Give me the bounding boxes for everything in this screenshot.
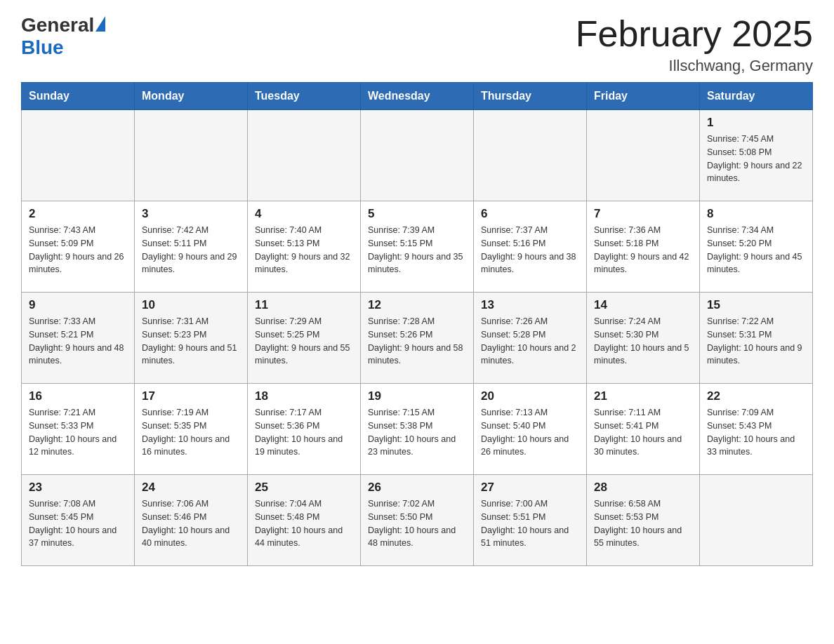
calendar-cell: 7Sunrise: 7:36 AM Sunset: 5:18 PM Daylig…	[587, 201, 700, 293]
weekday-header-sunday: Sunday	[22, 83, 135, 110]
day-number: 24	[142, 481, 240, 495]
calendar-cell: 22Sunrise: 7:09 AM Sunset: 5:43 PM Dayli…	[700, 384, 813, 475]
day-info: Sunrise: 7:04 AM Sunset: 5:48 PM Dayligh…	[255, 497, 353, 550]
day-info: Sunrise: 6:58 AM Sunset: 5:53 PM Dayligh…	[594, 497, 692, 550]
calendar-cell: 25Sunrise: 7:04 AM Sunset: 5:48 PM Dayli…	[248, 475, 361, 566]
day-info: Sunrise: 7:06 AM Sunset: 5:46 PM Dayligh…	[142, 497, 240, 550]
day-info: Sunrise: 7:21 AM Sunset: 5:33 PM Dayligh…	[29, 406, 127, 459]
day-info: Sunrise: 7:37 AM Sunset: 5:16 PM Dayligh…	[481, 224, 579, 276]
day-number: 25	[255, 481, 353, 495]
weekday-header-friday: Friday	[587, 83, 700, 110]
weekday-header-monday: Monday	[135, 83, 248, 110]
day-info: Sunrise: 7:45 AM Sunset: 5:08 PM Dayligh…	[707, 133, 805, 185]
day-info: Sunrise: 7:15 AM Sunset: 5:38 PM Dayligh…	[368, 406, 466, 459]
calendar-cell: 19Sunrise: 7:15 AM Sunset: 5:38 PM Dayli…	[361, 384, 474, 475]
day-number: 14	[594, 298, 692, 312]
calendar-week-row: 9Sunrise: 7:33 AM Sunset: 5:21 PM Daylig…	[22, 293, 813, 384]
calendar-cell: 21Sunrise: 7:11 AM Sunset: 5:41 PM Dayli…	[587, 384, 700, 475]
day-info: Sunrise: 7:42 AM Sunset: 5:11 PM Dayligh…	[142, 224, 240, 276]
calendar-cell: 8Sunrise: 7:34 AM Sunset: 5:20 PM Daylig…	[700, 201, 813, 293]
day-number: 13	[481, 298, 579, 312]
day-info: Sunrise: 7:31 AM Sunset: 5:23 PM Dayligh…	[142, 315, 240, 368]
day-number: 16	[29, 389, 127, 403]
logo-blue-text: Blue	[21, 36, 105, 59]
day-number: 12	[368, 298, 466, 312]
calendar-week-row: 23Sunrise: 7:08 AM Sunset: 5:45 PM Dayli…	[22, 475, 813, 566]
day-number: 23	[29, 481, 127, 495]
calendar-cell: 12Sunrise: 7:28 AM Sunset: 5:26 PM Dayli…	[361, 293, 474, 384]
page-header: General Blue February 2025 Illschwang, G…	[21, 14, 813, 75]
calendar-cell: 6Sunrise: 7:37 AM Sunset: 5:16 PM Daylig…	[474, 201, 587, 293]
day-number: 22	[707, 389, 805, 403]
calendar-body: 1Sunrise: 7:45 AM Sunset: 5:08 PM Daylig…	[22, 110, 813, 566]
day-number: 4	[255, 207, 353, 221]
calendar-subtitle: Illschwang, Germany	[576, 57, 813, 75]
day-info: Sunrise: 7:13 AM Sunset: 5:40 PM Dayligh…	[481, 406, 579, 459]
calendar-cell: 1Sunrise: 7:45 AM Sunset: 5:08 PM Daylig…	[700, 110, 813, 201]
day-number: 10	[142, 298, 240, 312]
calendar-week-row: 2Sunrise: 7:43 AM Sunset: 5:09 PM Daylig…	[22, 201, 813, 293]
day-info: Sunrise: 7:39 AM Sunset: 5:15 PM Dayligh…	[368, 224, 466, 276]
day-info: Sunrise: 7:08 AM Sunset: 5:45 PM Dayligh…	[29, 497, 127, 550]
day-info: Sunrise: 7:43 AM Sunset: 5:09 PM Dayligh…	[29, 224, 127, 276]
day-number: 15	[707, 298, 805, 312]
calendar-cell: 11Sunrise: 7:29 AM Sunset: 5:25 PM Dayli…	[248, 293, 361, 384]
calendar-cell: 28Sunrise: 6:58 AM Sunset: 5:53 PM Dayli…	[587, 475, 700, 566]
calendar-cell: 2Sunrise: 7:43 AM Sunset: 5:09 PM Daylig…	[22, 201, 135, 293]
calendar-cell: 9Sunrise: 7:33 AM Sunset: 5:21 PM Daylig…	[22, 293, 135, 384]
calendar-header: SundayMondayTuesdayWednesdayThursdayFrid…	[22, 83, 813, 110]
calendar-cell: 13Sunrise: 7:26 AM Sunset: 5:28 PM Dayli…	[474, 293, 587, 384]
calendar-cell	[135, 110, 248, 201]
day-number: 19	[368, 389, 466, 403]
calendar-cell: 18Sunrise: 7:17 AM Sunset: 5:36 PM Dayli…	[248, 384, 361, 475]
calendar-cell: 20Sunrise: 7:13 AM Sunset: 5:40 PM Dayli…	[474, 384, 587, 475]
day-info: Sunrise: 7:29 AM Sunset: 5:25 PM Dayligh…	[255, 315, 353, 368]
calendar-cell: 27Sunrise: 7:00 AM Sunset: 5:51 PM Dayli…	[474, 475, 587, 566]
calendar-cell: 5Sunrise: 7:39 AM Sunset: 5:15 PM Daylig…	[361, 201, 474, 293]
day-number: 2	[29, 207, 127, 221]
calendar-cell: 4Sunrise: 7:40 AM Sunset: 5:13 PM Daylig…	[248, 201, 361, 293]
day-number: 27	[481, 481, 579, 495]
calendar-week-row: 1Sunrise: 7:45 AM Sunset: 5:08 PM Daylig…	[22, 110, 813, 201]
calendar-cell: 3Sunrise: 7:42 AM Sunset: 5:11 PM Daylig…	[135, 201, 248, 293]
day-number: 17	[142, 389, 240, 403]
calendar-cell: 17Sunrise: 7:19 AM Sunset: 5:35 PM Dayli…	[135, 384, 248, 475]
calendar-cell: 16Sunrise: 7:21 AM Sunset: 5:33 PM Dayli…	[22, 384, 135, 475]
calendar-cell: 15Sunrise: 7:22 AM Sunset: 5:31 PM Dayli…	[700, 293, 813, 384]
weekday-header-tuesday: Tuesday	[248, 83, 361, 110]
calendar-cell: 26Sunrise: 7:02 AM Sunset: 5:50 PM Dayli…	[361, 475, 474, 566]
weekday-header-wednesday: Wednesday	[361, 83, 474, 110]
calendar-cell: 14Sunrise: 7:24 AM Sunset: 5:30 PM Dayli…	[587, 293, 700, 384]
day-number: 7	[594, 207, 692, 221]
logo: General Blue	[21, 14, 105, 59]
day-number: 26	[368, 481, 466, 495]
logo-general-text: General	[21, 14, 94, 36]
day-info: Sunrise: 7:24 AM Sunset: 5:30 PM Dayligh…	[594, 315, 692, 368]
day-info: Sunrise: 7:19 AM Sunset: 5:35 PM Dayligh…	[142, 406, 240, 459]
day-info: Sunrise: 7:22 AM Sunset: 5:31 PM Dayligh…	[707, 315, 805, 368]
day-info: Sunrise: 7:00 AM Sunset: 5:51 PM Dayligh…	[481, 497, 579, 550]
day-info: Sunrise: 7:09 AM Sunset: 5:43 PM Dayligh…	[707, 406, 805, 459]
day-info: Sunrise: 7:33 AM Sunset: 5:21 PM Dayligh…	[29, 315, 127, 368]
day-info: Sunrise: 7:40 AM Sunset: 5:13 PM Dayligh…	[255, 224, 353, 276]
calendar-week-row: 16Sunrise: 7:21 AM Sunset: 5:33 PM Dayli…	[22, 384, 813, 475]
calendar-cell	[474, 110, 587, 201]
calendar-title: February 2025	[576, 14, 813, 54]
calendar-cell: 10Sunrise: 7:31 AM Sunset: 5:23 PM Dayli…	[135, 293, 248, 384]
logo-triangle-icon	[95, 16, 105, 32]
day-number: 28	[594, 481, 692, 495]
day-info: Sunrise: 7:36 AM Sunset: 5:18 PM Dayligh…	[594, 224, 692, 276]
day-number: 1	[707, 116, 805, 130]
calendar-cell	[248, 110, 361, 201]
calendar-cell	[22, 110, 135, 201]
calendar-cell	[361, 110, 474, 201]
calendar-cell	[587, 110, 700, 201]
day-info: Sunrise: 7:17 AM Sunset: 5:36 PM Dayligh…	[255, 406, 353, 459]
day-info: Sunrise: 7:34 AM Sunset: 5:20 PM Dayligh…	[707, 224, 805, 276]
day-number: 5	[368, 207, 466, 221]
day-info: Sunrise: 7:28 AM Sunset: 5:26 PM Dayligh…	[368, 315, 466, 368]
day-info: Sunrise: 7:26 AM Sunset: 5:28 PM Dayligh…	[481, 315, 579, 368]
day-number: 8	[707, 207, 805, 221]
calendar-cell: 24Sunrise: 7:06 AM Sunset: 5:46 PM Dayli…	[135, 475, 248, 566]
day-number: 20	[481, 389, 579, 403]
